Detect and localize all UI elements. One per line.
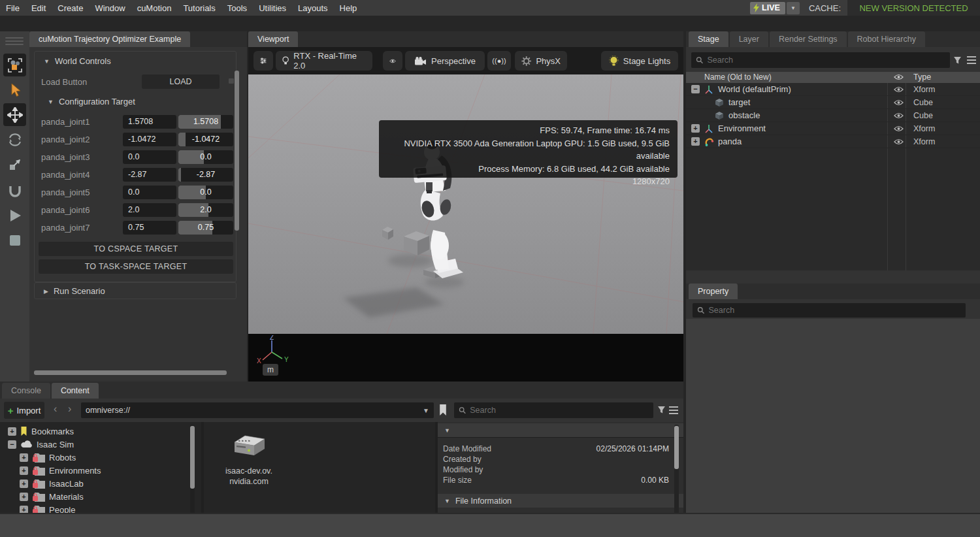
motion-capture-button[interactable]: ((●))	[487, 51, 511, 71]
forward-button[interactable]: ›	[68, 403, 71, 415]
collapse-minus-icon[interactable]: −	[691, 85, 700, 93]
taskspace-target-button[interactable]: TO TASK-SPACE TARGET	[39, 259, 233, 274]
tree-item-isaaclab[interactable]: + IsaacLab	[20, 477, 84, 490]
path-bar[interactable]: ▼	[81, 402, 434, 418]
expand-plus-icon[interactable]: +	[20, 493, 28, 501]
live-dropdown-button[interactable]: ▼	[787, 2, 800, 14]
live-sync-button[interactable]: LIVE	[750, 2, 785, 14]
back-button[interactable]: ‹	[54, 403, 57, 415]
configuration-target-header[interactable]: ▼ Configuration Target	[48, 97, 135, 106]
bookmark-icon[interactable]	[439, 404, 447, 415]
visibility-button[interactable]	[383, 51, 402, 71]
load-button[interactable]: LOAD	[142, 74, 220, 89]
stage-column-header[interactable]: Name (Old to New) Type	[686, 72, 980, 83]
physics-button[interactable]: PhysX	[515, 51, 567, 71]
options-menu-icon[interactable]	[669, 406, 678, 414]
tab-robot-hierarchy[interactable]: Robot Hierarchy	[848, 31, 925, 47]
cspace-target-button[interactable]: TO CSPACE TARGET	[39, 242, 233, 256]
menu-tools[interactable]: Tools	[221, 3, 253, 13]
eye-icon[interactable]	[894, 125, 904, 132]
collapse-minus-icon[interactable]: −	[8, 440, 16, 449]
tree-scrollbar-thumb[interactable]	[190, 426, 195, 489]
rotate-tool-button[interactable]	[3, 128, 26, 151]
joint-value-field[interactable]: 2.0	[123, 203, 176, 217]
tree-item-isaac-sim[interactable]: − Isaac Sim	[8, 438, 74, 451]
stop-button[interactable]	[3, 229, 26, 252]
tab-layer[interactable]: Layer	[730, 31, 768, 47]
tab-property[interactable]: Property	[689, 284, 738, 299]
menu-window[interactable]: Window	[89, 3, 131, 13]
file-information-header[interactable]: ▼ File Information	[438, 494, 683, 508]
expand-plus-icon[interactable]: +	[691, 124, 700, 133]
tab-console[interactable]: Console	[2, 383, 50, 399]
move-tool-button[interactable]	[3, 103, 26, 126]
tree-item-materials[interactable]: + Materials	[20, 490, 84, 503]
joint-slider[interactable]: 0.75	[178, 221, 233, 235]
path-input[interactable]	[86, 406, 419, 415]
property-search-input[interactable]	[708, 306, 961, 315]
menu-utilities[interactable]: Utilities	[253, 3, 292, 13]
load-reset-swatch[interactable]	[229, 78, 234, 84]
expand-plus-icon[interactable]: +	[691, 137, 700, 146]
vertical-scrollbar[interactable]	[235, 71, 239, 231]
tab-render-settings[interactable]: Render Settings	[770, 31, 847, 47]
eye-icon[interactable]	[894, 112, 904, 119]
tab-stage[interactable]: Stage	[689, 31, 728, 47]
expand-plus-icon[interactable]: +	[20, 453, 28, 462]
joint-value-field[interactable]: 0.75	[123, 221, 176, 235]
menu-cumotion[interactable]: cuMotion	[131, 3, 178, 13]
joint-value-field[interactable]: -2.87	[123, 168, 176, 182]
toolbar-drag-handle[interactable]	[5, 35, 24, 47]
world-controls-header[interactable]: ▼ World Controls	[44, 56, 111, 66]
version-notice-strip[interactable]: NEW VERSION DETECTED	[847, 0, 980, 16]
eye-icon[interactable]	[894, 86, 904, 93]
snap-tool-button[interactable]	[3, 179, 26, 202]
details-collapse-header[interactable]: ▼	[438, 423, 683, 437]
expand-plus-icon[interactable]: +	[20, 480, 28, 488]
stage-lights-button[interactable]: Stage Lights	[601, 51, 678, 71]
joint-slider[interactable]: 0.0	[178, 186, 233, 199]
content-search-input[interactable]	[470, 406, 649, 415]
menu-layouts[interactable]: Layouts	[292, 3, 334, 13]
stage-row-target[interactable]: target Cube	[686, 96, 980, 109]
stage-row-environment[interactable]: + Environment Xform	[686, 122, 980, 135]
joint-value-field[interactable]: 0.0	[123, 186, 176, 199]
units-button[interactable]: m	[263, 364, 278, 376]
selection-mode-button[interactable]	[3, 54, 26, 76]
stage-search[interactable]	[691, 52, 950, 68]
tab-viewport[interactable]: Viewport	[248, 31, 298, 47]
tab-content[interactable]: Content	[52, 383, 99, 399]
eye-icon[interactable]	[894, 99, 904, 106]
eye-icon[interactable]	[894, 138, 904, 145]
expand-plus-icon[interactable]: +	[8, 427, 16, 436]
joint-slider[interactable]: 0.0	[178, 150, 233, 164]
joint-slider[interactable]: -2.87	[178, 168, 233, 182]
joint-slider[interactable]: 2.0	[178, 203, 233, 217]
filter-icon[interactable]	[657, 406, 666, 414]
expand-plus-icon[interactable]: +	[20, 466, 28, 475]
tree-item-bookmarks[interactable]: + Bookmarks	[8, 425, 74, 438]
menu-edit[interactable]: Edit	[25, 3, 52, 13]
camera-button[interactable]: Perspective	[405, 51, 485, 71]
menu-create[interactable]: Create	[52, 3, 89, 13]
stage-search-input[interactable]	[707, 56, 945, 65]
content-search[interactable]	[454, 402, 653, 418]
filter-icon[interactable]	[953, 56, 962, 65]
stage-row-panda[interactable]: + panda Xform	[686, 135, 980, 148]
stage-row-obstacle[interactable]: obstacle Cube	[686, 109, 980, 122]
path-dropdown-icon[interactable]: ▼	[423, 407, 429, 414]
joint-value-field[interactable]: -1.0472	[123, 133, 176, 146]
options-menu-icon[interactable]	[967, 56, 976, 64]
viewport-options-button[interactable]	[253, 51, 273, 71]
scale-tool-button[interactable]	[3, 153, 26, 176]
play-button[interactable]	[3, 204, 26, 227]
joint-value-field[interactable]: 1.5708	[123, 115, 176, 129]
server-item[interactable]: isaac-dev.ov. nvidia.com	[213, 434, 285, 487]
details-scrollbar-thumb[interactable]	[674, 426, 679, 469]
renderer-button[interactable]: RTX - Real-Time 2.0	[276, 51, 372, 71]
import-button[interactable]: + Import	[4, 402, 44, 419]
menu-tutorials[interactable]: Tutorials	[177, 3, 221, 13]
run-scenario-header[interactable]: ▶ Run Scenario	[44, 286, 105, 296]
tab-cumotion-example[interactable]: cuMotion Trajectory Optimizer Example	[29, 31, 190, 47]
menu-file[interactable]: File	[0, 3, 25, 13]
